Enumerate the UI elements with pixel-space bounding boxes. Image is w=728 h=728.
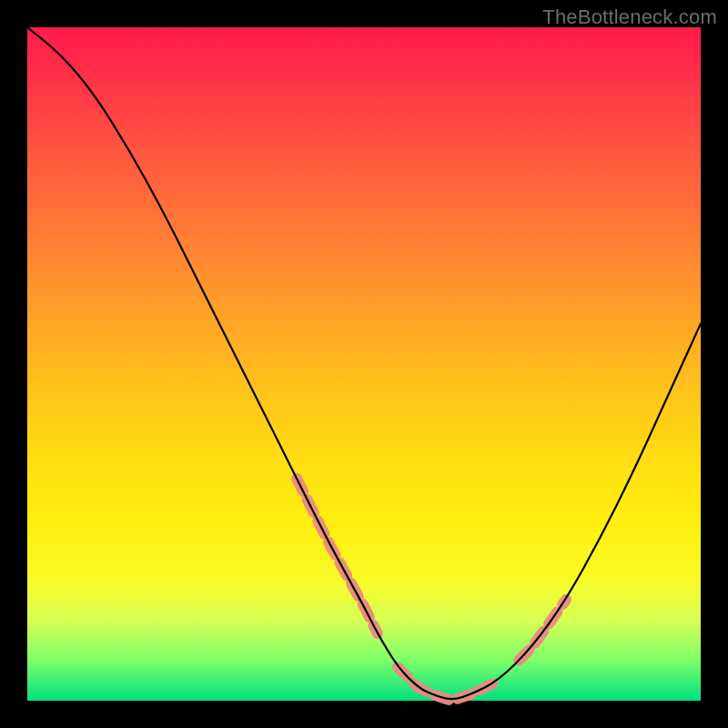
curve-svg	[27, 27, 701, 701]
line-layer	[27, 27, 701, 699]
chart-frame: TheBottleneck.com	[0, 0, 728, 728]
highlight-layer	[297, 479, 566, 701]
bottleneck-curve	[27, 27, 701, 699]
plot-area	[27, 27, 701, 701]
watermark-text: TheBottleneck.com	[542, 5, 717, 29]
highlight-segment-1	[398, 667, 499, 701]
